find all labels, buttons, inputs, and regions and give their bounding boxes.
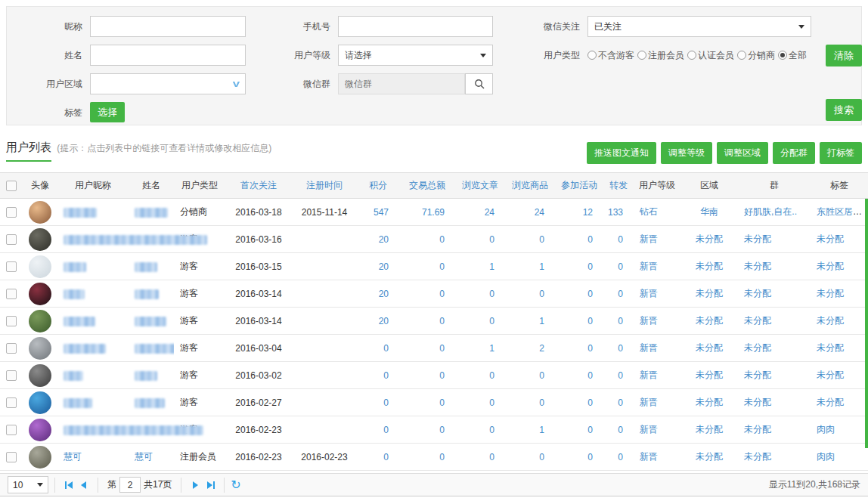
column-header[interactable]: 参加活动: [555, 173, 603, 199]
tags-cell[interactable]: 未分配: [811, 389, 868, 416]
forwards-cell[interactable]: 0: [603, 253, 634, 280]
trade-total-cell[interactable]: 0: [399, 308, 455, 335]
view-goods-cell[interactable]: 0: [505, 362, 555, 389]
trade-total-cell[interactable]: 0: [399, 253, 455, 280]
avatar[interactable]: [29, 283, 51, 305]
adjust-level-button[interactable]: 调整等级: [661, 142, 712, 164]
region-link[interactable]: 未分配: [696, 342, 723, 353]
level-link[interactable]: 新晋: [640, 397, 658, 407]
last-page-button[interactable]: [203, 478, 218, 493]
region-cell[interactable]: 未分配: [680, 362, 738, 389]
activities-cell[interactable]: 0: [555, 416, 603, 444]
level-link[interactable]: 新晋: [640, 288, 658, 298]
level-cell[interactable]: 新晋: [634, 335, 680, 362]
page-size-select[interactable]: 10: [8, 476, 48, 493]
region-cell[interactable]: 未分配: [680, 335, 738, 362]
activities-cell[interactable]: 0: [555, 362, 603, 389]
points-cell[interactable]: 0: [357, 362, 399, 389]
points-cell[interactable]: 547: [357, 199, 399, 226]
column-header[interactable]: 浏览商品: [505, 173, 555, 199]
view-goods-cell[interactable]: 0: [505, 389, 555, 416]
row-checkbox[interactable]: [6, 316, 17, 326]
tags-cell[interactable]: 未分配: [811, 335, 868, 362]
level-cell[interactable]: 新晋: [634, 389, 680, 416]
group-cell[interactable]: 未分配: [738, 362, 811, 389]
tag-select-button[interactable]: 选择: [90, 102, 125, 122]
avatar[interactable]: [29, 419, 51, 441]
group-cell[interactable]: 未分配: [738, 444, 811, 471]
nickname-link[interactable]: 慧可: [64, 451, 82, 462]
tags-cell[interactable]: 东胜区居民,美容..: [811, 199, 868, 226]
trade-total-cell[interactable]: 0: [399, 362, 455, 389]
table-scrollbar[interactable]: [865, 199, 868, 448]
user-type-radio[interactable]: 注册会员: [637, 49, 684, 62]
select-all-checkbox[interactable]: [6, 181, 17, 191]
nickname-cell[interactable]: [57, 335, 129, 362]
points-cell[interactable]: 0: [357, 444, 399, 471]
view-goods-cell[interactable]: 0: [505, 280, 555, 308]
group-link[interactable]: 未分配: [744, 424, 771, 435]
group-link[interactable]: 未分配: [744, 342, 771, 353]
group-cell[interactable]: 好肌肤,自在..: [738, 199, 811, 226]
tags-cell[interactable]: 未分配: [811, 253, 868, 280]
level-link[interactable]: 新晋: [640, 370, 658, 380]
nickname-cell[interactable]: [57, 416, 129, 444]
wechat-group-input[interactable]: [338, 73, 465, 94]
level-cell[interactable]: 钻石: [634, 199, 680, 226]
tags-link[interactable]: 未分配: [817, 370, 844, 380]
level-link[interactable]: 新晋: [640, 315, 658, 326]
points-cell[interactable]: 0: [357, 416, 399, 444]
group-link[interactable]: 未分配: [744, 233, 771, 244]
level-cell[interactable]: 新晋: [634, 444, 680, 471]
forwards-cell[interactable]: 0: [603, 308, 634, 335]
level-link[interactable]: 新晋: [640, 261, 658, 271]
avatar[interactable]: [29, 364, 51, 387]
forwards-cell[interactable]: 0: [603, 280, 634, 308]
points-cell[interactable]: 20: [357, 226, 399, 253]
avatar[interactable]: [29, 310, 51, 332]
name-link[interactable]: 慧可: [135, 451, 153, 462]
nickname-input[interactable]: [90, 16, 246, 37]
points-cell[interactable]: 20: [357, 280, 399, 308]
column-header[interactable]: 浏览文章: [455, 173, 505, 199]
column-header[interactable]: 注册时间: [292, 173, 357, 199]
group-link[interactable]: 未分配: [744, 261, 771, 271]
tags-link[interactable]: 未分配: [817, 233, 844, 244]
level-cell[interactable]: 新晋: [634, 280, 680, 308]
tag-button[interactable]: 打标签: [820, 142, 862, 164]
view-articles-cell[interactable]: 0: [455, 444, 505, 471]
name-cell[interactable]: [129, 253, 174, 280]
activities-cell[interactable]: 0: [555, 253, 603, 280]
view-goods-cell[interactable]: 2: [505, 335, 555, 362]
view-goods-cell[interactable]: 1: [505, 308, 555, 335]
nickname-cell[interactable]: [57, 280, 129, 308]
group-link[interactable]: 未分配: [744, 451, 771, 462]
region-cell[interactable]: 未分配: [680, 226, 738, 253]
region-link[interactable]: 未分配: [696, 233, 723, 244]
user-type-radio[interactable]: 认证会员: [687, 49, 734, 62]
trade-total-cell[interactable]: 0: [399, 280, 455, 308]
name-cell[interactable]: [129, 308, 174, 335]
group-cell[interactable]: 未分配: [738, 335, 811, 362]
level-link[interactable]: 新晋: [640, 451, 658, 462]
group-cell[interactable]: 未分配: [738, 416, 811, 444]
column-header[interactable]: 首次关注: [225, 173, 292, 199]
view-articles-cell[interactable]: 0: [455, 416, 505, 444]
group-link[interactable]: 未分配: [744, 315, 771, 326]
region-link[interactable]: 华南: [700, 206, 718, 217]
region-link[interactable]: 未分配: [696, 397, 723, 407]
first-page-button[interactable]: [61, 478, 76, 493]
activities-cell[interactable]: 0: [555, 389, 603, 416]
region-cell[interactable]: 未分配: [680, 308, 738, 335]
view-articles-cell[interactable]: 0: [455, 280, 505, 308]
nickname-cell[interactable]: [57, 199, 129, 226]
row-checkbox[interactable]: [6, 234, 17, 245]
region-link[interactable]: 未分配: [696, 261, 723, 271]
level-select[interactable]: 请选择: [338, 45, 493, 66]
nickname-cell[interactable]: 慧可: [57, 444, 129, 471]
name-cell[interactable]: [129, 335, 174, 362]
nickname-cell[interactable]: [57, 308, 129, 335]
nickname-cell[interactable]: [57, 389, 129, 416]
tags-link[interactable]: 肉肉: [817, 424, 835, 435]
view-articles-cell[interactable]: 0: [455, 226, 505, 253]
